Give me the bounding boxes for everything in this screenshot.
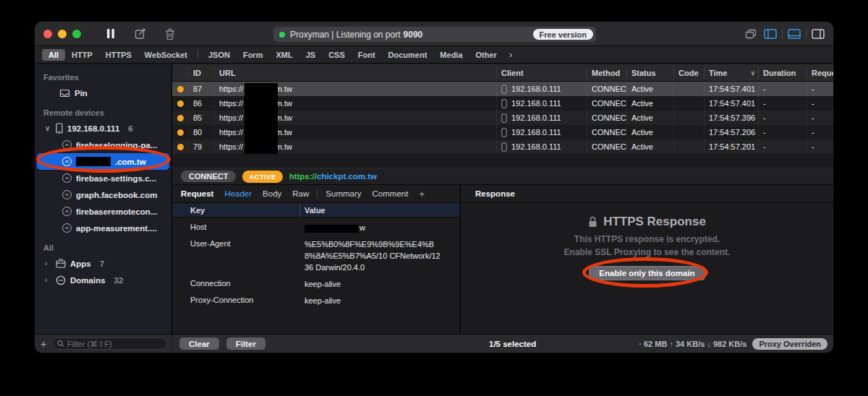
sidebar-domain-firebase-settings[interactable]: ‹› firebase-settings.c...: [35, 170, 171, 186]
sidebar-domain-app-measurement[interactable]: ‹› app-measurement....: [35, 220, 171, 236]
tab-xml[interactable]: XML: [269, 49, 299, 61]
chevron-right-icon[interactable]: ›: [45, 259, 51, 267]
tab-comment[interactable]: Comment: [373, 189, 409, 198]
response-panel: Response HTTPS Response This HTTPS respo…: [461, 185, 833, 334]
header-row-proxy-connection[interactable]: Proxy-Connection keep-alive: [172, 293, 460, 309]
toggle-right-panel-button[interactable]: [812, 29, 825, 39]
sidebar-device-192-168-0-111[interactable]: ∨ 192.168.0.111 6: [35, 120, 171, 137]
traffic-stats: · 62 MB ↑ 34 KB/s ↓ 982 KB/s: [639, 340, 746, 348]
filter-search-field[interactable]: [52, 337, 167, 350]
compose-button[interactable]: [135, 28, 146, 40]
enable-only-this-domain-button[interactable]: Enable only this domain: [589, 266, 705, 280]
filter-input[interactable]: [67, 340, 162, 348]
tab-media[interactable]: Media: [433, 49, 469, 61]
trash-button[interactable]: [165, 28, 175, 40]
cell-code: [673, 96, 704, 111]
toggle-sidebar-button[interactable]: [764, 29, 777, 39]
tab-all[interactable]: All: [42, 49, 65, 61]
add-filter-button[interactable]: +: [35, 338, 52, 350]
column-header-method[interactable]: Method: [587, 67, 626, 79]
sidebar-section-favorites: Favorites: [35, 72, 171, 85]
column-header-url[interactable]: URL: [214, 67, 496, 79]
column-header-time[interactable]: Time ∨: [704, 67, 758, 79]
cell-id: 79: [188, 139, 214, 154]
tab-summary[interactable]: Summary: [326, 189, 361, 198]
tab-websocket[interactable]: WebSocket: [138, 49, 194, 61]
pending-status-dot: [177, 129, 184, 136]
proxyman-window: Proxyman | Listening on port 9090 Free v…: [35, 22, 833, 353]
clear-button[interactable]: Clear: [179, 337, 219, 350]
column-header-duration[interactable]: Duration: [758, 67, 807, 79]
cell-method: CONNECT: [587, 82, 626, 96]
sort-descending-icon: ∨: [750, 67, 755, 79]
minimize-window-button[interactable]: [58, 30, 67, 38]
phone-icon: [501, 99, 507, 108]
sidebar-item-pin[interactable]: Pin: [35, 85, 171, 101]
tab-js[interactable]: JS: [299, 49, 322, 61]
listening-status-dot: [279, 32, 285, 38]
domain-label: firebaselogging-pa...: [76, 141, 157, 150]
main-pane: ID URL Client Method Status Code Time ∨ …: [172, 64, 833, 334]
column-header-code[interactable]: Code: [673, 67, 704, 79]
apps-icon: [56, 259, 66, 268]
zoom-window-button[interactable]: [72, 30, 81, 38]
proxy-overriden-badge[interactable]: Proxy Overriden: [752, 338, 827, 350]
key-column-header[interactable]: Key: [172, 203, 300, 218]
tabs-overflow-icon[interactable]: ›: [509, 49, 512, 60]
sidebar-item-domains[interactable]: › Domains 32: [35, 272, 171, 288]
tab-document[interactable]: Document: [382, 49, 434, 61]
toggle-bottom-panel-button[interactable]: [788, 29, 801, 39]
header-row-connection[interactable]: Connection keep-alive: [172, 276, 460, 293]
sidebar-domain-firebaseremotecon[interactable]: ‹› firebaseremotecon...: [35, 203, 171, 220]
table-empty-area: [172, 154, 833, 168]
tab-form[interactable]: Form: [237, 49, 270, 61]
tab-json[interactable]: JSON: [202, 49, 237, 61]
sidebar-domain-selected-redacted[interactable]: ‹› .com.tw: [37, 153, 169, 170]
lock-icon: [588, 216, 597, 228]
tab-divider: [197, 51, 198, 59]
cell-client: 192.168.0.111: [496, 125, 587, 139]
tab-other[interactable]: Other: [469, 49, 503, 61]
request-panel-title: Request: [181, 189, 213, 198]
cell-duration: -: [758, 125, 807, 139]
tab-raw[interactable]: Raw: [292, 189, 309, 198]
chevron-right-icon[interactable]: ›: [45, 276, 51, 284]
cell-request: -: [807, 82, 833, 96]
tab-https[interactable]: HTTPS: [99, 49, 138, 61]
flow-url[interactable]: https://chickpt.com.tw: [289, 172, 377, 181]
column-header-client[interactable]: Client: [496, 67, 587, 79]
free-version-badge: Free version: [533, 29, 593, 40]
tab-header[interactable]: Header: [224, 189, 252, 198]
response-panel-title: Response: [461, 185, 833, 203]
tab-body[interactable]: Body: [263, 189, 281, 198]
cell-duration: -: [758, 82, 807, 96]
pause-capture-button[interactable]: [106, 28, 116, 39]
sidebar-domain-firebaselogging[interactable]: ‹› firebaselogging-pa...: [35, 137, 171, 153]
header-row-host[interactable]: Host w: [172, 220, 460, 236]
header-row-user-agent[interactable]: User-Agent %E5%B0%8F%E9%9B%9E%E4%B8%8A%E…: [172, 236, 460, 276]
sidebar-section-all: All: [35, 242, 171, 255]
tab-css[interactable]: CSS: [322, 49, 352, 61]
add-tab-button[interactable]: +: [419, 189, 425, 199]
column-header-status[interactable]: Status: [626, 67, 673, 79]
tab-http[interactable]: HTTP: [65, 49, 99, 61]
cell-client: 192.168.0.111: [496, 82, 587, 96]
status-dot-column-header[interactable]: [172, 67, 188, 79]
content-type-tabbar: All HTTP HTTPS WebSocket JSON Form XML J…: [35, 46, 833, 64]
cell-status: Active: [626, 139, 673, 154]
filter-button[interactable]: Filter: [226, 337, 265, 350]
flow-summary-bar: CONNECT ACTIVE https://chickpt.com.tw: [172, 168, 833, 185]
pending-status-dot: [177, 86, 184, 92]
close-window-button[interactable]: [43, 30, 52, 38]
column-header-request[interactable]: Request: [807, 67, 833, 79]
sidebar-domain-graph-facebook[interactable]: ‹› graph.facebook.com: [35, 186, 171, 203]
tab-font[interactable]: Font: [352, 49, 382, 61]
value-column-header[interactable]: Value: [300, 206, 326, 215]
redacted-domain-box: [76, 157, 111, 166]
chevron-down-icon[interactable]: ∨: [45, 124, 51, 132]
site-icon: ‹›: [62, 207, 72, 216]
sidebar-item-apps[interactable]: › Apps 7: [35, 255, 171, 272]
new-window-icon[interactable]: [745, 29, 757, 39]
column-header-id[interactable]: ID: [188, 67, 214, 79]
domains-count-badge: 32: [114, 276, 124, 285]
